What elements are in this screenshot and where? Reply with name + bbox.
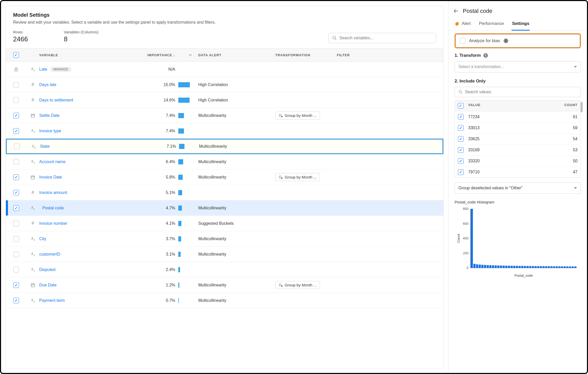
tab-performance[interactable]: Performance	[478, 18, 504, 31]
value-row[interactable]: 33320 50	[455, 155, 581, 166]
transformation-pill[interactable]: Group by Month ...	[275, 281, 320, 289]
value-checkbox[interactable]	[458, 169, 464, 175]
row-checkbox[interactable]	[13, 282, 19, 288]
type-icon: Aa	[26, 298, 39, 303]
table-row[interactable]: Aa LateMINIMIZE N/A	[6, 62, 443, 77]
col-filter[interactable]: FILTER	[337, 53, 368, 57]
row-checkbox[interactable]	[13, 174, 19, 180]
svg-rect-23	[31, 284, 35, 287]
analyze-bias-checkbox[interactable]	[460, 38, 465, 44]
table-row[interactable]: Aa State 7.1% Multicollinearity	[6, 139, 443, 154]
row-checkbox[interactable]	[13, 205, 19, 211]
variable-name[interactable]: Account name	[39, 160, 126, 164]
row-checkbox[interactable]	[13, 221, 19, 226]
scrollbar[interactable]	[581, 102, 583, 112]
value-row[interactable]: 33169 53	[455, 144, 581, 155]
value-checkbox[interactable]	[458, 136, 464, 142]
value-row[interactable]: 79710 47	[455, 166, 581, 177]
search-input[interactable]	[339, 36, 432, 40]
table-row[interactable]: Aa City 3.7% Multicollinearity	[6, 231, 443, 247]
group-other-select[interactable]: Group deselected values in "Other"	[455, 182, 581, 194]
variable-name[interactable]: Invoice number	[39, 221, 126, 226]
importance-value: 3.7%	[126, 237, 178, 241]
value-header[interactable]: VALUE	[468, 103, 552, 109]
info-icon[interactable]: i	[483, 53, 488, 58]
importance-value: 2.4%	[126, 267, 178, 272]
table-row[interactable]: # Invoice amount 5.1%	[6, 185, 443, 200]
table-row[interactable]: Due Date 1.2% Multicollinearity Group by…	[6, 277, 443, 293]
value-row[interactable]: 33625 54	[455, 133, 581, 144]
table-row[interactable]: Settle Date 7.4% Multicollinearity Group…	[6, 108, 443, 123]
table-row[interactable]: Invoice Date 5.8% Multicollinearity Grou…	[6, 170, 443, 185]
search-input-container[interactable]	[328, 33, 436, 43]
value-checkbox[interactable]	[458, 125, 464, 131]
table-row[interactable]: Aa Payment term 0.7% Multicollinearity	[6, 293, 443, 308]
type-icon: Aa	[26, 205, 39, 210]
data-alert: Multicollinearity	[198, 283, 275, 287]
value-checkbox[interactable]	[458, 147, 464, 153]
table-row[interactable]: # Invoice number 4.1% Suggested Buckets	[6, 216, 443, 231]
select-all-checkbox[interactable]	[13, 52, 19, 58]
value-row[interactable]: 77234 61	[455, 111, 581, 122]
variable-name[interactable]: Postal code	[39, 206, 126, 210]
row-checkbox[interactable]	[13, 298, 19, 303]
svg-text:Count: Count	[457, 234, 460, 243]
importance-value: 4.7%	[126, 206, 178, 210]
variable-name[interactable]: Invoice Date	[39, 175, 126, 180]
table-row[interactable]: # Days late 15.0% High Correlation	[6, 77, 443, 92]
importance-bar	[178, 221, 188, 226]
variable-name[interactable]: State	[40, 144, 127, 149]
variable-name[interactable]: Invoice type	[39, 129, 126, 133]
variable-name[interactable]: LateMINIMIZE	[39, 67, 126, 72]
row-checkbox[interactable]	[13, 113, 19, 118]
col-variable[interactable]: VARIABLE	[39, 53, 126, 57]
count-header[interactable]: COUNT	[552, 103, 577, 109]
row-checkbox[interactable]	[13, 128, 19, 134]
transformation-pill[interactable]: Group by Month ...	[275, 111, 320, 119]
info-icon[interactable]: i	[504, 39, 508, 43]
table-row[interactable]: Aa Postal code 4.7% Multicollinearity	[6, 200, 443, 216]
row-checkbox[interactable]	[13, 82, 19, 88]
value-checkbox[interactable]	[458, 114, 464, 120]
variable-name[interactable]: Due Date	[39, 283, 126, 287]
variable-name[interactable]: Days to settlement	[39, 98, 126, 102]
values-search[interactable]	[455, 87, 581, 97]
values-select-all[interactable]	[458, 103, 464, 109]
row-checkbox[interactable]	[13, 251, 19, 257]
row-checkbox[interactable]	[13, 236, 19, 242]
values-search-input[interactable]	[465, 90, 577, 94]
tab-alert[interactable]: Alert	[455, 18, 471, 31]
table-row[interactable]: Aa customerID 3.1% Multicollinearity	[6, 247, 443, 262]
transformation-pill[interactable]: Group by Month ...	[275, 173, 320, 181]
col-transformation[interactable]: TRANSFORMATION	[275, 53, 337, 57]
variable-name[interactable]: City	[39, 237, 126, 241]
table-row[interactable]: Aa Invoice type 7.4%	[6, 123, 443, 139]
value-count: 61	[552, 115, 577, 119]
type-icon	[26, 283, 39, 287]
variable-name[interactable]: Payment term	[39, 298, 126, 303]
variable-name[interactable]: Disputed	[39, 267, 126, 272]
row-checkbox[interactable]	[14, 144, 20, 149]
row-checkbox[interactable]	[13, 190, 19, 195]
variable-name[interactable]: Invoice amount	[39, 190, 126, 195]
table-row[interactable]: Aa Account name 6.4% Multicollinearity	[6, 154, 443, 170]
variable-name[interactable]: Days late	[39, 82, 126, 87]
row-checkbox[interactable]	[13, 159, 19, 165]
row-checkbox[interactable]	[13, 97, 19, 103]
col-data-alert[interactable]: DATA ALERT	[198, 53, 275, 57]
col-importance[interactable]: IMPORTANCE ↓	[126, 53, 178, 57]
table-row[interactable]: Aa Disputed 2.4%	[6, 262, 443, 277]
data-alert: Multicollinearity	[198, 113, 275, 118]
importance-value: 3.1%	[126, 252, 178, 257]
col-dropdown-icon[interactable]	[188, 53, 198, 57]
table-row[interactable]: # Days to settlement 14.6% High Correlat…	[6, 92, 443, 108]
variable-name[interactable]: Settle Date	[39, 113, 126, 118]
svg-rect-59	[508, 266, 510, 268]
value-checkbox[interactable]	[458, 158, 464, 164]
tab-settings[interactable]: Settings	[512, 18, 530, 31]
value-row[interactable]: 33013 59	[455, 122, 581, 133]
transform-select[interactable]: Select a transformation...	[455, 61, 581, 72]
variable-name[interactable]: customerID	[39, 252, 126, 257]
row-checkbox[interactable]	[13, 267, 19, 273]
back-icon[interactable]	[453, 8, 459, 14]
